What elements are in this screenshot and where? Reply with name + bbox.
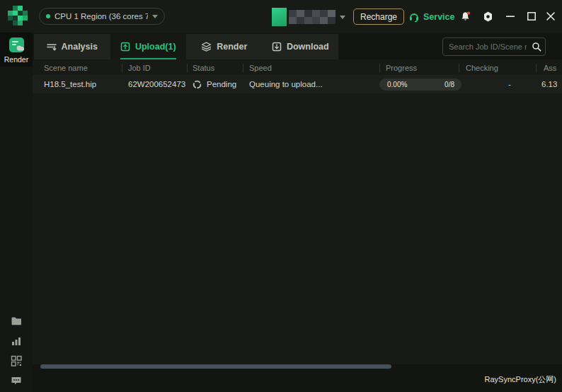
spinner-icon <box>193 80 202 89</box>
search-box <box>442 38 546 56</box>
render-icon <box>8 36 25 54</box>
tab-analysis[interactable]: Analysis <box>34 34 110 59</box>
tab-bar: Analysis Upload(1) Render <box>34 34 338 59</box>
chevron-down-icon <box>340 16 345 19</box>
table-header: Scene name Job ID Status Speed Progress … <box>33 61 562 75</box>
analysis-icon <box>47 42 57 52</box>
region-label: CPU 1 Region (36 cores 72 th <box>55 12 148 21</box>
user-avatar <box>272 8 287 26</box>
close-button[interactable] <box>544 10 557 23</box>
progress-percent: 0.00% <box>387 79 407 91</box>
col-progress: Progress <box>386 61 417 75</box>
progress-count: 0/8 <box>445 79 454 91</box>
app-window: CPU 1 Region (36 cores 72 th Recharge Se… <box>0 0 562 392</box>
download-icon <box>272 42 282 52</box>
col-speed: Speed <box>249 61 272 75</box>
tab-download[interactable]: Download <box>263 34 339 59</box>
tab-upload[interactable]: Upload(1) <box>110 34 187 59</box>
checking-cell: - <box>508 75 511 93</box>
layers-icon <box>201 42 212 52</box>
col-checking: Checking <box>466 61 498 75</box>
folder-icon[interactable] <box>11 316 22 327</box>
feedback-icon[interactable] <box>11 375 22 386</box>
sidebar-bottom <box>0 316 33 386</box>
search-icon[interactable] <box>532 42 541 52</box>
table-row[interactable]: H18.5_test.hip 62W200652473 Pending Queu… <box>33 75 562 93</box>
region-selector[interactable]: CPU 1 Region (36 cores 72 th <box>39 8 165 25</box>
recharge-button[interactable]: Recharge <box>353 8 404 25</box>
settings-icon[interactable] <box>481 10 494 23</box>
col-status: Status <box>193 61 214 75</box>
chevron-down-icon <box>152 15 158 18</box>
search-input[interactable] <box>442 38 546 56</box>
qr-code-icon[interactable] <box>11 355 22 367</box>
notification-bell-icon[interactable] <box>459 10 471 23</box>
scene-name-cell: H18.5_test.hip <box>44 75 96 93</box>
service-label: Service <box>423 12 454 22</box>
region-status-dot <box>46 14 50 18</box>
horizontal-scrollbar[interactable] <box>40 364 391 369</box>
upload-icon <box>120 42 130 52</box>
user-menu[interactable] <box>272 7 345 27</box>
app-logo <box>6 4 30 28</box>
speed-cell: Queuing to upload... <box>249 75 323 93</box>
headset-icon <box>408 11 420 23</box>
tab-render[interactable]: Render <box>186 34 263 59</box>
service-button[interactable]: Service <box>408 8 454 25</box>
col-job-id: Job ID <box>128 61 151 75</box>
titlebar: CPU 1 Region (36 cores 72 th Recharge Se… <box>0 0 562 33</box>
assets-cell: 6.13 <box>541 75 557 93</box>
col-assets: Ass <box>544 61 556 75</box>
table-viewport <box>33 59 562 364</box>
job-id-cell: 62W200652473 <box>128 75 185 93</box>
proxy-label: RaySyncProxy(公网) <box>485 374 556 385</box>
render-label: Render <box>4 55 28 64</box>
status-cell: Pending <box>193 75 236 93</box>
status-label: Pending <box>207 80 236 88</box>
notification-dot <box>466 11 469 14</box>
progress-bar: 0.00% 0/8 <box>379 79 461 91</box>
sidebar-item-render[interactable]: Render <box>0 33 33 67</box>
col-scene-name: Scene name <box>44 61 88 75</box>
minimize-button[interactable] <box>504 10 517 23</box>
user-name-redacted <box>289 10 336 24</box>
main-area: Analysis Upload(1) Render <box>33 33 562 392</box>
maximize-button[interactable] <box>525 10 538 23</box>
stats-icon[interactable] <box>11 335 22 347</box>
sidebar: Render <box>0 33 33 392</box>
